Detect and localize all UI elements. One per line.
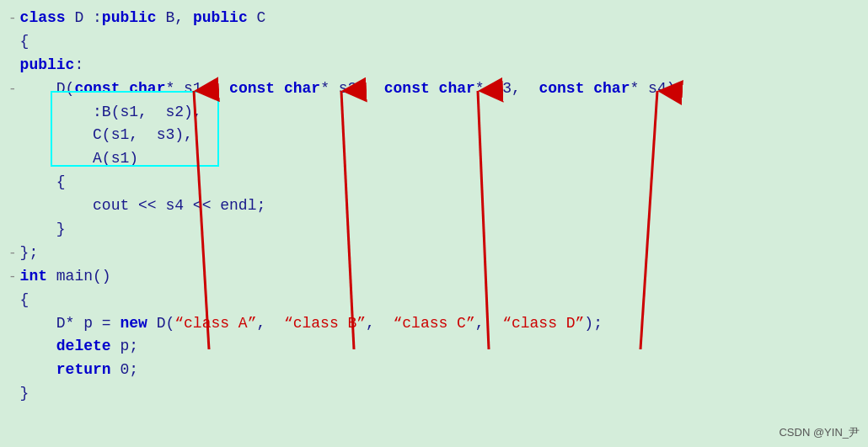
fold-9	[8, 196, 17, 217]
code-line-6: C(s1, s3),	[8, 124, 860, 147]
fold-3	[8, 56, 17, 77]
code-line-3: public:	[8, 54, 860, 77]
code-line-15: delete p;	[8, 335, 860, 359]
code-line-17: }	[8, 382, 860, 406]
fold-12: -	[8, 267, 17, 288]
fold-7	[8, 149, 17, 170]
code-line-2: {	[8, 30, 860, 54]
fold-5	[8, 103, 17, 124]
code-line-11: -};	[8, 242, 860, 265]
code-line-14: D* p = new D(“class A”, “class B”, “clas…	[8, 312, 860, 336]
code-line-5: :B(s1, s2),	[8, 101, 860, 125]
fold-14	[8, 314, 17, 335]
fold-17	[8, 384, 17, 405]
fold-6	[8, 125, 17, 146]
code-line-7: A(s1)	[8, 147, 860, 171]
code-area: -class D :public B, public C { public: -…	[0, 0, 868, 447]
fold-15	[8, 337, 17, 358]
code-line-10: }	[8, 218, 860, 242]
code-line-12: -int main()	[8, 265, 860, 289]
code-line-13: {	[8, 289, 860, 312]
fold-13	[8, 290, 17, 311]
fold-1: -	[8, 8, 17, 29]
fold-16	[8, 360, 17, 381]
code-line-9: cout << s4 << endl;	[8, 194, 860, 218]
code-line-8: {	[8, 171, 860, 194]
watermark: CSDN @YIN_尹	[779, 425, 860, 440]
fold-11: -	[8, 243, 17, 264]
code-line-16: return 0;	[8, 359, 860, 382]
code-line-1: -class D :public B, public C	[8, 7, 860, 30]
code-line-4: - D(const char* s1, const char* s2, cons…	[8, 77, 860, 101]
fold-2	[8, 32, 17, 53]
fold-10	[8, 220, 17, 241]
fold-8	[8, 173, 17, 194]
fold-4: -	[8, 79, 17, 100]
